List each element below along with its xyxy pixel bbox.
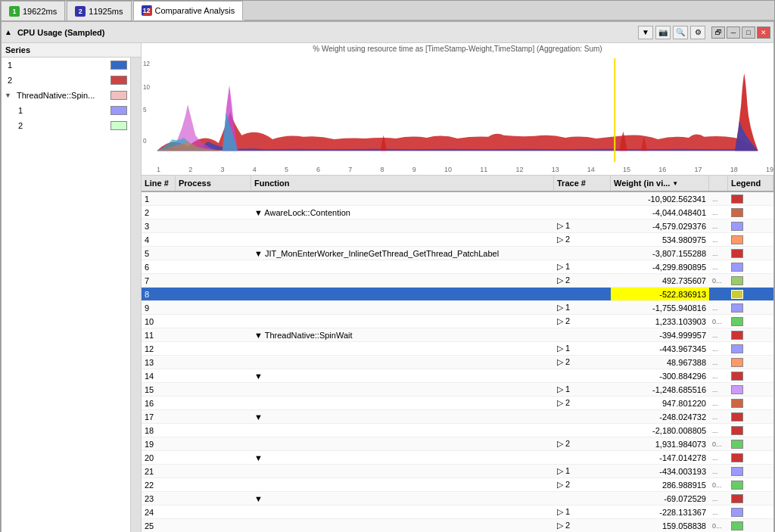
table-row-24[interactable]: 24▷ 1-228.131367... (142, 506, 773, 519)
tab-tab1[interactable]: 119622ms (1, 1, 65, 20)
td-line-20: 20 (142, 451, 176, 464)
maximize-btn[interactable]: □ (742, 26, 755, 39)
td-process-22 (176, 478, 251, 491)
th-dots[interactable] (709, 176, 728, 191)
table-row-19[interactable]: 19▷ 21,931.9840730... (142, 437, 773, 451)
table-row-1[interactable]: 1-10,902.562341... (142, 192, 773, 206)
table-row-12[interactable]: 12▷ 1-443.967345... (142, 342, 773, 356)
td-line-1: 1 (142, 192, 176, 205)
table-body: 1-10,902.562341...2▼ AwareLock::Contenti… (142, 192, 773, 532)
series-item-0[interactable]: 1 (2, 58, 130, 73)
series-item-2[interactable]: ▼ThreadNative::Spin... (2, 88, 130, 103)
data-table: Line # Process Function Trace # Weight (… (142, 176, 773, 532)
td-process-24 (176, 506, 251, 518)
td-function-16 (251, 397, 554, 409)
legend-color-4 (731, 235, 743, 244)
series-label-0: 1 (5, 61, 110, 70)
th-process[interactable]: Process (176, 176, 251, 191)
th-weight[interactable]: Weight (in vi...▼ (611, 176, 709, 191)
td-process-5 (176, 247, 251, 260)
table-row-15[interactable]: 15▷ 1-1,248.685516... (142, 383, 773, 397)
table-row-3[interactable]: 3▷ 1-4,579.029376... (142, 219, 773, 233)
table-row-17[interactable]: 17▼-248.024732... (142, 410, 773, 424)
table-row-14[interactable]: 14▼-300.884296... (142, 369, 773, 383)
td-line-21: 21 (142, 465, 176, 478)
series-item-1[interactable]: 2 (2, 73, 130, 88)
table-row-23[interactable]: 23▼-69.072529... (142, 492, 773, 506)
legend-color-24 (731, 508, 743, 517)
table-row-7[interactable]: 7▷ 2492.7356070... (142, 274, 773, 288)
chart-x-label: 19 (766, 166, 773, 173)
tab-tab2[interactable]: 211925ms (67, 1, 131, 20)
td-line-8: 8 (142, 288, 176, 300)
td-process-11 (176, 328, 251, 341)
chart-x-label: 7 (348, 166, 352, 173)
table-row-18[interactable]: 18-2,180.008805... (142, 424, 773, 437)
settings-btn[interactable]: ⚙ (690, 26, 705, 39)
table-row-6[interactable]: 6▷ 1-4,299.890895... (142, 260, 773, 274)
expand-arrow-2: ▼ (5, 92, 11, 99)
window-controls: 🗗 ─ □ ✕ (711, 26, 770, 39)
td-function-2: ▼ AwareLock::Contention (251, 206, 554, 219)
table-row-22[interactable]: 22▷ 2286.9889150... (142, 478, 773, 492)
td-weight-14: -300.884296 (611, 369, 709, 382)
th-function[interactable]: Function (251, 176, 554, 191)
chart-x-label: 5 (285, 166, 288, 173)
collapse-icon[interactable]: ▲ (5, 28, 12, 36)
td-trace-12: ▷ 1 (554, 342, 611, 355)
chart-x-label: 17 (695, 166, 702, 173)
chart-x-label: 4 (253, 166, 257, 173)
table-row-5[interactable]: 5▼ JIT_MonEnterWorker_InlineGetThread_Ge… (142, 247, 773, 260)
restore-btn[interactable]: 🗗 (711, 26, 725, 39)
search-btn[interactable]: 🔍 (673, 26, 688, 39)
table-row-16[interactable]: 16▷ 2947.801220... (142, 397, 773, 410)
table-row-13[interactable]: 13▷ 248.967388... (142, 356, 773, 369)
td-weight-2: -4,044.048401 (611, 206, 709, 219)
td-line-7: 7 (142, 274, 176, 287)
table-row-10[interactable]: 10▷ 21,233.1039030... (142, 315, 773, 328)
td-legend-7 (728, 274, 773, 287)
td-legend-18 (728, 424, 773, 437)
td-dots-15: ... (709, 383, 728, 396)
tab-num-tab3: 12 (142, 5, 152, 16)
th-trace[interactable]: Trace # (554, 176, 611, 191)
td-dots-9: ... (709, 301, 728, 314)
series-label-4: 2 (15, 121, 110, 130)
camera-btn[interactable]: 📷 (655, 26, 671, 39)
legend-color-19 (731, 440, 743, 449)
dropdown-btn[interactable]: ▼ (638, 26, 653, 39)
td-dots-17: ... (709, 410, 728, 423)
panel-header: ▲ CPU Usage (Sampled) ▼ 📷 🔍 ⚙ 🗗 ─ □ ✕ (2, 22, 773, 43)
td-trace-18 (554, 424, 611, 437)
chart-x-label: 15 (623, 166, 630, 173)
table-row-25[interactable]: 25▷ 2159.0588380... (142, 519, 773, 532)
td-function-5: ▼ JIT_MonEnterWorker_InlineGetThread_Get… (251, 247, 554, 260)
series-item-4[interactable]: 2 (2, 118, 130, 133)
tab-tab3[interactable]: 12Comparative Analysis (133, 1, 244, 20)
table-row-21[interactable]: 21▷ 1-434.003193... (142, 465, 773, 478)
series-scrollbar[interactable] (130, 58, 141, 532)
series-item-3[interactable]: 1 (2, 103, 130, 118)
table-row-2[interactable]: 2▼ AwareLock::Contention-4,044.048401... (142, 206, 773, 219)
td-legend-8 (728, 288, 773, 300)
table-row-8[interactable]: 8-522.836913... (142, 288, 773, 301)
th-legend[interactable]: Legend (728, 176, 773, 191)
table-row-20[interactable]: 20▼-147.014278... (142, 451, 773, 465)
panel-title: CPU Usage (Sampled) (17, 28, 635, 37)
legend-color-14 (731, 372, 743, 381)
table-row-4[interactable]: 4▷ 2534.980975... (142, 233, 773, 247)
minimize-btn[interactable]: ─ (727, 26, 740, 39)
table-row-9[interactable]: 9▷ 1-1,755.940816... (142, 301, 773, 315)
td-legend-24 (728, 506, 773, 518)
td-legend-3 (728, 219, 773, 232)
th-line[interactable]: Line # (142, 176, 176, 191)
td-function-18 (251, 424, 554, 437)
td-trace-9: ▷ 1 (554, 301, 611, 314)
td-line-6: 6 (142, 260, 176, 273)
td-process-10 (176, 315, 251, 328)
td-line-19: 19 (142, 437, 176, 450)
close-btn[interactable]: ✕ (757, 26, 770, 39)
chart-svg: 12 10 5 0 (142, 58, 773, 162)
table-row-11[interactable]: 11▼ ThreadNative::SpinWait-394.999957... (142, 328, 773, 342)
legend-color-5 (731, 249, 743, 258)
